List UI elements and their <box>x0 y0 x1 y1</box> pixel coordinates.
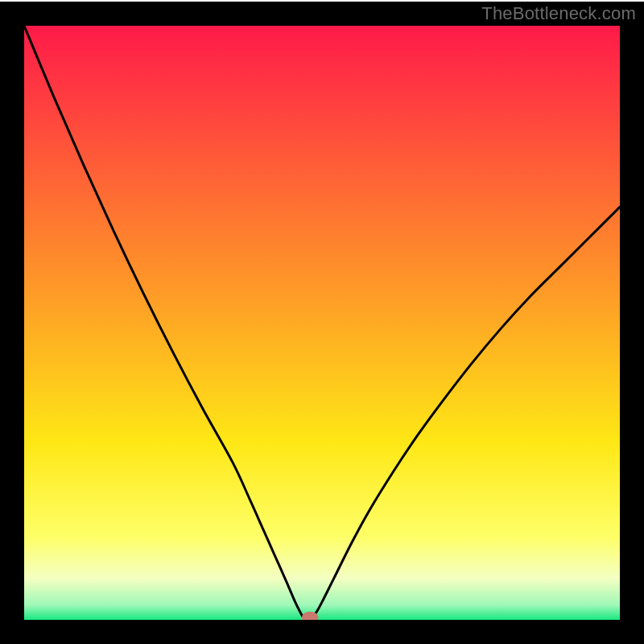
chart-svg <box>0 0 644 644</box>
bottleneck-chart: TheBottleneck.com <box>0 0 644 644</box>
gradient-background <box>24 26 620 620</box>
watermark-text: TheBottleneck.com <box>481 3 636 24</box>
